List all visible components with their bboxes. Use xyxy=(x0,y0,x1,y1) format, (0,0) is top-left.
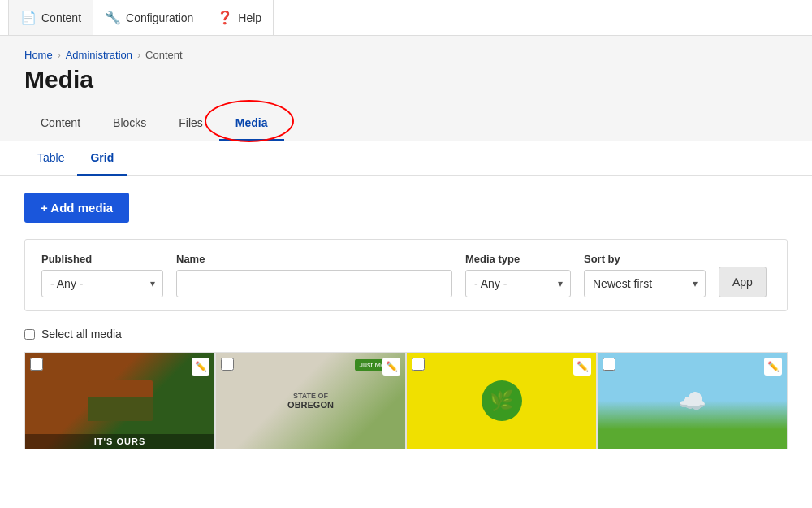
breadcrumb-sep-1: › xyxy=(58,50,61,61)
breadcrumb-sep-2: › xyxy=(137,50,140,61)
page-title: Media xyxy=(24,66,788,106)
nav-help[interactable]: ❓ Help xyxy=(205,0,274,35)
media-item-thumbnail-4: ☁️ xyxy=(598,353,787,449)
media-item-edit-4[interactable]: ✏️ xyxy=(764,358,782,376)
breadcrumb-area: Home › Administration › Content Media xyxy=(0,36,812,106)
select-all-label[interactable]: Select all media xyxy=(41,328,122,341)
media-item-checkbox-1[interactable] xyxy=(30,358,43,371)
filter-published-label: Published xyxy=(41,253,163,265)
filter-media-type: Media type - Any - Image Video Audio Doc… xyxy=(465,253,571,297)
media-item-checkbox-4[interactable] xyxy=(603,358,615,371)
media-item[interactable]: ✏️ STATE OF OBREGON Just Media xyxy=(215,352,406,449)
media-item-edit-1[interactable]: ✏️ xyxy=(192,358,209,376)
add-media-button[interactable]: + Add media xyxy=(24,193,129,223)
media-item-edit-3[interactable]: ✏️ xyxy=(573,358,591,376)
filter-published: Published - Any - Yes No xyxy=(41,253,163,297)
nav-content[interactable]: 📄 Content xyxy=(8,0,93,35)
media-item-edit-2[interactable]: ✏️ xyxy=(382,358,400,376)
filter-sort-by: Sort by Newest first Oldest first Name A… xyxy=(584,253,706,297)
tab-files-section[interactable]: Files xyxy=(162,106,219,141)
breadcrumb: Home › Administration › Content xyxy=(24,49,788,61)
media-item[interactable]: ✏️ 🌿 xyxy=(406,352,597,449)
nav-configuration[interactable]: 🔧 Configuration xyxy=(93,0,205,35)
filter-box: Published - Any - Yes No Name Media type… xyxy=(24,239,788,311)
sortby-select-wrapper: Newest first Oldest first Name A-Z Name … xyxy=(584,270,706,297)
media-item-checkbox-2[interactable] xyxy=(221,358,234,371)
nav-content-label: Content xyxy=(41,11,81,24)
name-input[interactable] xyxy=(176,270,452,297)
main-content: + Add media Published - Any - Yes No Nam… xyxy=(0,176,812,466)
view-tabs: Table Grid xyxy=(0,141,812,176)
apply-button[interactable]: App xyxy=(719,267,767,297)
filter-name-label: Name xyxy=(176,253,452,265)
media-tab-wrapper: Media xyxy=(219,106,284,141)
media-item-svg-1 xyxy=(88,380,153,421)
tab-grid-view[interactable]: Grid xyxy=(77,141,127,176)
sortby-select[interactable]: Newest first Oldest first Name A-Z Name … xyxy=(584,270,706,297)
select-all-checkbox[interactable] xyxy=(24,329,35,340)
mediatype-select-wrapper: - Any - Image Video Audio Document xyxy=(465,270,571,297)
media-item-checkbox-3[interactable] xyxy=(412,358,425,371)
media-item[interactable]: ✏️ IT'S OURS xyxy=(24,352,215,449)
media-item-label-1: IT'S OURS xyxy=(25,434,214,449)
filter-sortby-label: Sort by xyxy=(584,253,706,265)
tab-media-section[interactable]: Media xyxy=(219,106,284,141)
mediatype-select[interactable]: - Any - Image Video Audio Document xyxy=(465,270,571,297)
published-select[interactable]: - Any - Yes No xyxy=(41,270,163,297)
media-item[interactable]: ✏️ ☁️ xyxy=(597,352,788,449)
top-navigation: 📄 Content 🔧 Configuration ❓ Help xyxy=(0,0,812,36)
media-grid: ✏️ IT'S OURS ✏️ STATE OF OBREGON Just Me… xyxy=(24,352,788,449)
nav-configuration-label: Configuration xyxy=(126,11,193,24)
breadcrumb-administration[interactable]: Administration xyxy=(66,49,132,61)
tab-table-view[interactable]: Table xyxy=(24,141,77,176)
section-tabs: Content Blocks Files Media xyxy=(0,106,812,141)
breadcrumb-home[interactable]: Home xyxy=(24,49,53,61)
nav-help-label: Help xyxy=(238,11,261,24)
published-select-wrapper: - Any - Yes No xyxy=(41,270,163,297)
tab-content-section[interactable]: Content xyxy=(24,106,97,141)
tab-blocks-section[interactable]: Blocks xyxy=(97,106,162,141)
svg-rect-1 xyxy=(88,397,153,421)
filter-name: Name xyxy=(176,253,452,297)
breadcrumb-content: Content xyxy=(145,49,183,61)
media-item-thumbnail-3: 🌿 xyxy=(407,353,596,449)
configuration-icon: 🔧 xyxy=(105,10,121,25)
content-icon: 📄 xyxy=(20,10,37,25)
media-item-thumbnail-2: STATE OF OBREGON Just Media xyxy=(216,353,405,449)
filter-mediatype-label: Media type xyxy=(465,253,571,265)
help-icon: ❓ xyxy=(217,10,233,25)
select-all-row: Select all media xyxy=(24,328,788,341)
